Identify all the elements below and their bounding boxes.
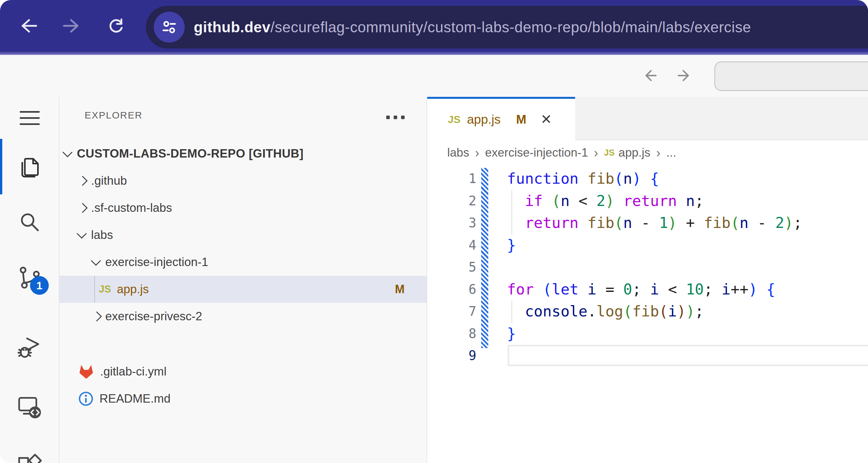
gitlab-icon — [78, 364, 94, 379]
line-number: 9 — [427, 344, 476, 367]
sidebar-item-search[interactable] — [0, 211, 59, 234]
tab-close-icon[interactable]: ✕ — [540, 113, 552, 126]
menu-button[interactable] — [0, 111, 59, 125]
js-file-icon: JS — [448, 114, 461, 126]
tab-label: app.js — [467, 112, 500, 127]
tree-item-label: .sf-custom-labs — [91, 201, 172, 215]
workbench: 1 — [0, 97, 868, 463]
tree-item-sf-custom-labs[interactable]: .sf-custom-labs — [59, 194, 427, 221]
chevron-right-icon — [78, 203, 88, 213]
extensions-icon — [16, 453, 43, 463]
address-bar[interactable]: github.dev/secureflag-community/custom-l… — [146, 6, 868, 49]
url-host: github.dev — [194, 19, 271, 36]
tune-sliders-icon — [161, 19, 178, 35]
breadcrumb-separator: › — [475, 146, 479, 160]
breadcrumb[interactable]: labs›exercise-injection-1›JSapp.js›... — [447, 140, 676, 165]
source-control-badge: 1 — [30, 276, 49, 295]
breadcrumb-item[interactable]: exercise-injection-1 — [485, 146, 588, 159]
code-line-6: for (let i = 0; i < 10; i++) { — [507, 278, 775, 301]
run-debug-icon — [17, 335, 43, 362]
chevron-down-icon — [62, 147, 72, 157]
tab-appjs[interactable]: JS app.js M ✕ — [427, 97, 575, 140]
tree-item-custom-labs-demo-repo-github[interactable]: CUSTOM-LABS-DEMO-REPO [GITHUB] — [59, 140, 427, 167]
line-number: 1 — [427, 167, 476, 190]
line-number: 8 — [427, 322, 476, 345]
tree-item-label: CUSTOM-LABS-DEMO-REPO [GITHUB] — [77, 147, 304, 160]
tree-item-github[interactable]: .github — [59, 167, 427, 194]
chevron-right-icon — [78, 176, 88, 186]
breadcrumb-item[interactable]: app.js — [618, 146, 650, 159]
line-number: 4 — [427, 234, 476, 256]
browser-toolbar: github.dev/secureflag-community/custom-l… — [0, 0, 868, 55]
code-line-1: function fib(n) { — [507, 167, 659, 190]
url-path: /secureflag-community/custom-labs-demo-r… — [271, 19, 751, 36]
browser-window: github.dev/secureflag-community/custom-l… — [0, 0, 868, 463]
chevron-right-icon — [92, 311, 102, 321]
browser-refresh-button[interactable] — [106, 16, 125, 35]
chevron-down-icon — [76, 228, 87, 239]
forward-arrow-icon — [62, 16, 81, 35]
back-arrow-icon — [641, 66, 659, 85]
forward-arrow-icon — [675, 66, 693, 85]
breadcrumb-item[interactable]: labs — [447, 146, 469, 159]
code-line-7: console.log(fib(i)); — [507, 300, 704, 322]
tree-item-readme-md[interactable]: README.md — [59, 385, 427, 412]
tree-item-label: exercise-privesc-2 — [105, 310, 202, 323]
breadcrumb-separator: › — [594, 146, 598, 160]
tree-item-exercise-injection-1[interactable]: exercise-injection-1 — [59, 249, 427, 276]
browser-back-button[interactable] — [20, 16, 38, 35]
line-number: 2 — [427, 190, 476, 212]
hamburger-icon — [20, 111, 40, 125]
tree-item-label: app.js — [117, 282, 149, 296]
sidebar-item-run-and-debug[interactable] — [0, 335, 59, 362]
url-text[interactable]: github.dev/secureflag-community/custom-l… — [194, 6, 751, 49]
browser-forward-button[interactable] — [62, 16, 81, 35]
code-line-8: } — [507, 322, 516, 345]
breadcrumb-item[interactable]: ... — [666, 146, 676, 159]
sidebar-item-remote-explorer[interactable] — [0, 394, 59, 422]
tree-item-label: exercise-injection-1 — [105, 255, 208, 269]
sidebar-item-explorer[interactable] — [0, 155, 59, 179]
line-number: 3 — [427, 212, 476, 234]
git-modified-badge: M — [395, 282, 405, 296]
tree-item-label: labs — [91, 228, 113, 242]
code-line-3: return fib(n - 1) + fib(n - 2); — [507, 212, 802, 234]
tree-item-labs[interactable]: labs — [59, 221, 427, 249]
sidebar-item-source-control[interactable] — [0, 266, 59, 290]
line-number: 6 — [427, 278, 476, 301]
back-arrow-icon — [20, 16, 38, 35]
explorer-title: EXPLORER — [85, 110, 143, 121]
remote-explorer-icon — [16, 394, 43, 422]
tree-item-label: README.md — [99, 392, 170, 405]
explorer-sidebar: EXPLORER CUSTOM-LABS-DEMO-REPO [GITHUB].… — [59, 97, 427, 463]
vscode-titlebar — [0, 55, 868, 97]
activity-bar: 1 — [0, 97, 59, 463]
tab-modified-badge: M — [516, 113, 526, 127]
code-editor[interactable]: 123456789 function fib(n) { if (n < 2) r… — [427, 165, 868, 463]
refresh-icon — [106, 16, 125, 35]
modified-lines-gutter-indicator — [481, 168, 488, 348]
breadcrumb-separator: › — [656, 146, 660, 160]
editor-forward-button[interactable] — [675, 66, 693, 85]
code-line-2: if (n < 2) return n; — [507, 190, 704, 212]
editor-group: JS app.js M ✕ labs›exercise-injection-1›… — [427, 97, 868, 463]
chevron-down-icon — [91, 256, 101, 266]
code-line-4: } — [507, 234, 516, 256]
tree-item-app-js[interactable]: JSapp.jsM — [59, 276, 427, 303]
tree-item-exercise-privesc-2[interactable]: exercise-privesc-2 — [59, 303, 427, 330]
info-icon — [78, 391, 94, 406]
js-file-icon: JS — [604, 148, 615, 158]
line-number: 5 — [427, 256, 476, 278]
current-line-highlight — [507, 345, 868, 366]
explorer-more-actions-button[interactable] — [386, 116, 405, 119]
js-file-icon: JS — [99, 283, 111, 295]
command-center-searchbox[interactable] — [714, 61, 868, 91]
file-tree: CUSTOM-LABS-DEMO-REPO [GITHUB].github.sf… — [59, 140, 427, 412]
tree-item-label: .gitlab-ci.yml — [100, 365, 166, 378]
site-settings-button[interactable] — [154, 11, 185, 42]
editor-back-button[interactable] — [641, 66, 659, 85]
tree-item-gitlab-ci-yml[interactable]: .gitlab-ci.yml — [59, 358, 427, 385]
sidebar-item-extensions[interactable] — [0, 453, 59, 463]
tree-item-label: .github — [91, 174, 127, 188]
search-icon — [18, 211, 41, 234]
